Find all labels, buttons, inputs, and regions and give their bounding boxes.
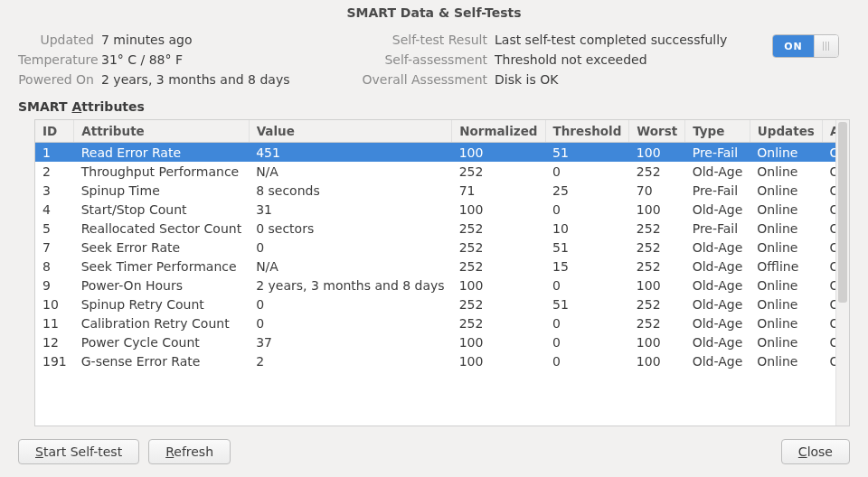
col-assessment[interactable]: Assessment: [822, 120, 835, 143]
table-row[interactable]: 12Power Cycle Count371000100Old-AgeOnlin…: [35, 332, 835, 351]
cell-worst: 100: [629, 143, 685, 163]
cell-normalized: 252: [452, 257, 545, 276]
cell-updates: Online: [750, 200, 822, 219]
table-row[interactable]: 7Seek Error Rate025251252Old-AgeOnlineOK: [35, 238, 835, 257]
cell-assessment: OK: [822, 351, 835, 370]
table-row[interactable]: 3Spinup Time8 seconds712570Pre-FailOnlin…: [35, 181, 835, 200]
cell-id: 8: [35, 257, 74, 276]
cell-id: 3: [35, 181, 74, 200]
cell-worst: 252: [629, 219, 685, 238]
cell-threshold: 15: [545, 257, 629, 276]
cell-normalized: 100: [452, 143, 545, 163]
cell-type: Pre-Fail: [685, 181, 750, 200]
cell-threshold: 0: [545, 276, 629, 295]
table-row[interactable]: 191G-sense Error Rate21000100Old-AgeOnli…: [35, 351, 835, 370]
summary-grid: Updated 7 minutes ago Self-test Result L…: [18, 33, 772, 87]
col-worst[interactable]: Worst: [629, 120, 685, 143]
cell-updates: Online: [750, 276, 822, 295]
overall-label: Overall Assessment: [354, 72, 495, 87]
powered-on-value: 2 years, 3 months and 8 days: [101, 72, 354, 87]
col-updates[interactable]: Updates: [750, 120, 822, 143]
cell-normalized: 252: [452, 238, 545, 257]
cell-type: Old-Age: [685, 313, 750, 332]
cell-worst: 100: [629, 276, 685, 295]
table-row[interactable]: 5Reallocated Sector Count0 sectors252102…: [35, 219, 835, 238]
col-normalized[interactable]: Normalized: [452, 120, 545, 143]
cell-value: 451: [249, 143, 452, 163]
table-row[interactable]: 8Seek Timer PerformanceN/A25215252Old-Ag…: [35, 257, 835, 276]
table-row[interactable]: 1Read Error Rate45110051100Pre-FailOnlin…: [35, 143, 835, 163]
overall-value: Disk is OK: [495, 72, 772, 87]
toggle-knob: [814, 35, 838, 57]
attributes-heading: SMART Attributes: [18, 99, 850, 114]
cell-id: 191: [35, 351, 74, 370]
table-row[interactable]: 2Throughput PerformanceN/A2520252Old-Age…: [35, 162, 835, 181]
cell-normalized: 100: [452, 200, 545, 219]
attributes-table-scroll[interactable]: ID Attribute Value Normalized Threshold …: [35, 120, 835, 426]
summary-row: Updated 7 minutes ago Self-test Result L…: [18, 33, 850, 87]
table-row[interactable]: 4Start/Stop Count311000100Old-AgeOnlineO…: [35, 200, 835, 219]
cell-worst: 252: [629, 162, 685, 181]
cell-worst: 252: [629, 238, 685, 257]
updated-value: 7 minutes ago: [101, 33, 354, 47]
selftest-result-label: Self-test Result: [354, 33, 495, 47]
col-type[interactable]: Type: [685, 120, 750, 143]
cell-updates: Online: [750, 351, 822, 370]
cell-id: 7: [35, 238, 74, 257]
cell-updates: Online: [750, 238, 822, 257]
window-title: SMART Data & Self-Tests: [0, 0, 868, 25]
cell-normalized: 100: [452, 351, 545, 370]
cell-attribute: Power Cycle Count: [74, 332, 249, 351]
cell-assessment: OK: [822, 162, 835, 181]
cell-value: 0: [249, 295, 452, 313]
cell-id: 4: [35, 200, 74, 219]
start-self-test-button[interactable]: Start Self-test: [18, 439, 139, 464]
col-id[interactable]: ID: [35, 120, 74, 143]
table-row[interactable]: 9Power-On Hours2 years, 3 months and 8 d…: [35, 276, 835, 295]
table-row[interactable]: 10Spinup Retry Count025251252Old-AgeOnli…: [35, 295, 835, 313]
cell-worst: 252: [629, 295, 685, 313]
cell-attribute: Seek Error Rate: [74, 238, 249, 257]
smart-toggle[interactable]: ON: [772, 34, 839, 58]
cell-assessment: OK: [822, 143, 835, 163]
cell-id: 12: [35, 332, 74, 351]
col-attribute[interactable]: Attribute: [74, 120, 249, 143]
content-area: Updated 7 minutes ago Self-test Result L…: [0, 25, 868, 426]
cell-normalized: 252: [452, 219, 545, 238]
cell-normalized: 252: [452, 162, 545, 181]
cell-normalized: 252: [452, 313, 545, 332]
cell-normalized: 100: [452, 276, 545, 295]
cell-updates: Offline: [750, 257, 822, 276]
cell-value: 0: [249, 313, 452, 332]
cell-updates: Online: [750, 143, 822, 163]
smart-dialog: SMART Data & Self-Tests Updated 7 minute…: [0, 0, 868, 477]
cell-type: Old-Age: [685, 295, 750, 313]
cell-threshold: 51: [545, 238, 629, 257]
cell-threshold: 51: [545, 143, 629, 163]
cell-attribute: Start/Stop Count: [74, 200, 249, 219]
cell-updates: Online: [750, 219, 822, 238]
temperature-label: Temperature: [18, 52, 101, 67]
cell-type: Pre-Fail: [685, 219, 750, 238]
cell-threshold: 0: [545, 200, 629, 219]
cell-threshold: 10: [545, 219, 629, 238]
vertical-scrollbar[interactable]: [835, 120, 849, 426]
col-value[interactable]: Value: [249, 120, 452, 143]
powered-on-label: Powered On: [18, 72, 101, 87]
close-button[interactable]: Close: [781, 439, 850, 464]
updated-label: Updated: [18, 33, 101, 47]
self-assessment-label: Self-assessment: [354, 52, 495, 67]
col-threshold[interactable]: Threshold: [545, 120, 629, 143]
toggle-grip-icon: [823, 42, 830, 51]
cell-updates: Online: [750, 332, 822, 351]
scrollbar-thumb[interactable]: [838, 122, 847, 303]
attributes-heading-suffix: ttributes: [81, 99, 145, 114]
cell-updates: Online: [750, 162, 822, 181]
cell-assessment: OK: [822, 313, 835, 332]
cell-value: 2: [249, 351, 452, 370]
cell-type: Old-Age: [685, 351, 750, 370]
cell-type: Old-Age: [685, 200, 750, 219]
refresh-button[interactable]: Refresh: [148, 439, 231, 464]
table-row[interactable]: 11Calibration Retry Count02520252Old-Age…: [35, 313, 835, 332]
cell-updates: Online: [750, 313, 822, 332]
